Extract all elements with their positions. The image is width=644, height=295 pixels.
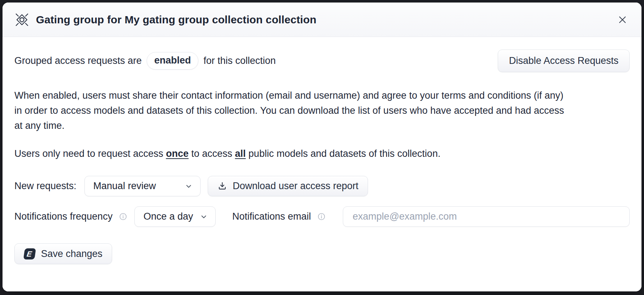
notifications-frequency-label: Notifications frequency (14, 211, 112, 222)
new-requests-label: New requests: (14, 181, 77, 192)
note-prefix: Users only need to request access (14, 148, 166, 159)
chevron-down-icon (199, 212, 208, 221)
download-button-label: Download user access report (233, 181, 359, 192)
status-badge: enabled (147, 52, 198, 70)
gate-icon (14, 12, 29, 27)
download-icon (217, 181, 227, 191)
new-requests-row: New requests: Manual review Download use… (14, 176, 630, 196)
disable-access-requests-button[interactable]: Disable Access Requests (498, 50, 630, 72)
notifications-frequency-value: Once a day (143, 211, 193, 222)
gating-group-modal: Gating group for My gating group collect… (3, 3, 641, 291)
modal-header: Gating group for My gating group collect… (3, 3, 641, 37)
notifications-email-label: Notifications email (232, 211, 311, 222)
chevron-down-icon (184, 182, 193, 191)
download-user-access-report-button[interactable]: Download user access report (208, 176, 368, 196)
notifications-frequency-select[interactable]: Once a day (134, 206, 216, 227)
status-suffix: for this collection (203, 55, 276, 66)
modal-body: Grouped access requests are enabled for … (3, 37, 641, 291)
status-text: Grouped access requests are enabled for … (14, 52, 276, 70)
note-paragraph: Users only need to request access once t… (14, 148, 630, 159)
info-icon (119, 212, 127, 221)
enterprise-icon: E (23, 248, 36, 259)
close-icon (617, 14, 628, 25)
notifications-email-input[interactable] (343, 206, 630, 227)
save-button-label: Save changes (41, 248, 102, 259)
note-emphasis-all: all (235, 148, 246, 159)
note-middle: to access (189, 148, 235, 159)
modal-title: Gating group for My gating group collect… (36, 14, 608, 26)
info-icon (317, 212, 326, 221)
note-suffix: public models and datasets of this colle… (246, 148, 441, 159)
notifications-row: Notifications frequency Once a day Notif… (14, 206, 630, 227)
close-button[interactable] (614, 11, 631, 28)
new-requests-select-value: Manual review (93, 181, 156, 192)
status-row: Grouped access requests are enabled for … (14, 50, 630, 72)
description-paragraph: When enabled, users must share their con… (14, 88, 571, 133)
save-changes-button[interactable]: E Save changes (14, 243, 112, 264)
new-requests-select[interactable]: Manual review (84, 176, 201, 196)
status-prefix: Grouped access requests are (14, 55, 142, 66)
note-emphasis-once: once (166, 148, 189, 159)
